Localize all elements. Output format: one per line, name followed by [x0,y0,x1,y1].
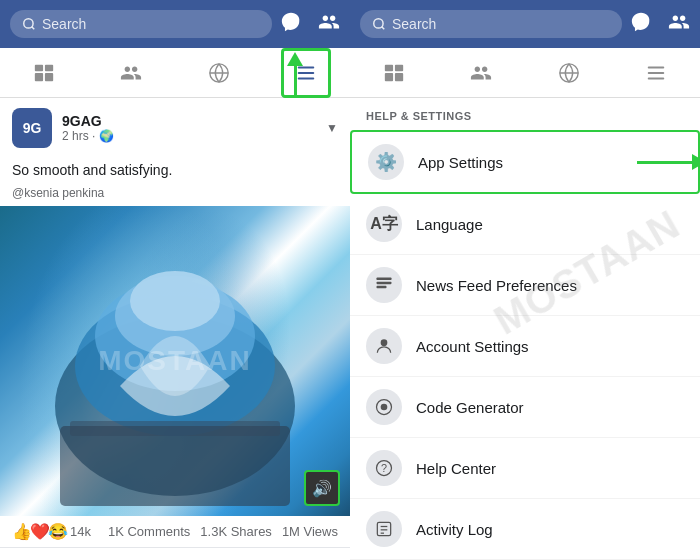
reactions-count: 14k [70,524,91,539]
svg-point-30 [381,339,388,346]
svg-text:?: ? [381,462,387,474]
right-nav-menu[interactable] [631,48,681,98]
svg-rect-27 [377,278,392,281]
messenger-icon[interactable] [280,11,302,38]
svg-rect-3 [45,64,53,70]
share-button[interactable]: ↗ Share [252,552,339,560]
post-subtitle: @ksenia penkina [0,186,350,206]
menu-item-code-generator[interactable]: Code Generator [350,377,700,438]
svg-rect-25 [648,72,665,74]
app-settings-icon: ⚙️ [368,144,404,180]
svg-rect-20 [395,64,403,70]
menu-item-account-settings[interactable]: Account Settings [350,316,700,377]
menu-content: HELP & SETTINGS ⚙️ App Settings A字 Langu… [350,98,700,560]
right-panel: Search [350,0,700,560]
news-feed-label: News Feed Preferences [416,277,577,294]
svg-point-17 [374,19,383,28]
menu-item-app-settings[interactable]: ⚙️ App Settings [350,130,700,194]
help-center-label: Help Center [416,460,496,477]
svg-rect-26 [648,77,665,79]
svg-point-32 [381,404,388,411]
post-reactions: 👍❤️😂 14k 1K Comments 1.3K Shares 1M View… [0,516,350,548]
left-panel: Search [0,0,350,560]
svg-rect-24 [648,66,665,68]
post-header: 9G 9GAG 2 hrs · 🌍 ▼ [0,98,350,158]
menu-item-activity-log[interactable]: Activity Log [350,499,700,560]
post-avatar: 9G [12,108,52,148]
left-search-label: Search [42,16,86,32]
right-top-icons [630,11,690,38]
svg-rect-16 [70,421,280,436]
menu-item-help-center[interactable]: ? Help Center [350,438,700,499]
post-text: So smooth and satisfying. [0,158,350,186]
app-settings-label: App Settings [418,154,503,171]
menu-section-label: HELP & SETTINGS [350,98,700,130]
left-search-bar[interactable]: Search [10,10,272,38]
svg-rect-22 [395,73,403,81]
shares-count: 1.3K Shares [200,524,272,539]
nav-home[interactable] [19,48,69,98]
code-generator-icon [366,389,402,425]
people-icon[interactable] [318,11,340,38]
right-nav-bar [350,48,700,98]
news-feed-icon [366,267,402,303]
arrow-annotation-up [287,52,303,96]
right-nav-globe[interactable] [544,48,594,98]
reactions-left: 👍❤️😂 14k [12,522,91,541]
menu-item-language[interactable]: A字 Language [350,194,700,255]
post-more-icon[interactable]: ▼ [326,121,338,135]
nav-globe[interactable] [194,48,244,98]
activity-log-icon [366,511,402,547]
reactions-right: 1K Comments 1.3K Shares 1M Views [108,524,338,539]
right-people-icon[interactable] [668,11,690,38]
volume-icon[interactable]: 🔊 [304,470,340,506]
code-generator-label: Code Generator [416,399,524,416]
left-top-bar: Search [0,0,350,48]
help-center-icon: ? [366,450,402,486]
post-time: 2 hrs · 🌍 [62,129,316,143]
language-icon: A字 [366,206,402,242]
svg-rect-28 [377,282,392,285]
views-count: 1M Views [282,524,338,539]
post-author: 9GAG [62,113,316,129]
svg-line-18 [382,27,385,30]
language-label: Language [416,216,483,233]
svg-rect-15 [60,426,290,506]
left-top-icons [280,11,340,38]
svg-rect-4 [35,73,43,81]
comments-count: 1K Comments [108,524,190,539]
svg-rect-5 [45,73,53,81]
svg-rect-2 [35,64,43,70]
svg-rect-29 [377,286,387,289]
right-top-bar: Search [350,0,700,48]
menu-item-news-feed[interactable]: News Feed Preferences [350,255,700,316]
like-button[interactable]: 👍 Like [11,552,92,560]
svg-point-0 [24,19,33,28]
svg-rect-19 [385,64,393,70]
svg-rect-21 [385,73,393,81]
right-search-bar[interactable]: Search [360,10,622,38]
post-image: MOSTAAN 🔊 [0,206,350,516]
right-messenger-icon[interactable] [630,11,652,38]
post-area: 9G 9GAG 2 hrs · 🌍 ▼ So smooth and satisf… [0,98,350,560]
right-nav-home[interactable] [369,48,419,98]
comment-button[interactable]: 💬 Comment [114,552,230,560]
activity-log-label: Activity Log [416,521,493,538]
account-settings-label: Account Settings [416,338,529,355]
nav-friends[interactable] [106,48,156,98]
account-settings-icon [366,328,402,364]
post-meta: 9GAG 2 hrs · 🌍 [62,113,316,143]
right-nav-friends[interactable] [456,48,506,98]
right-search-label: Search [392,16,436,32]
svg-point-14 [130,271,220,331]
svg-line-1 [32,27,35,30]
post-actions: 👍 Like 💬 Comment ↗ Share [0,548,350,560]
